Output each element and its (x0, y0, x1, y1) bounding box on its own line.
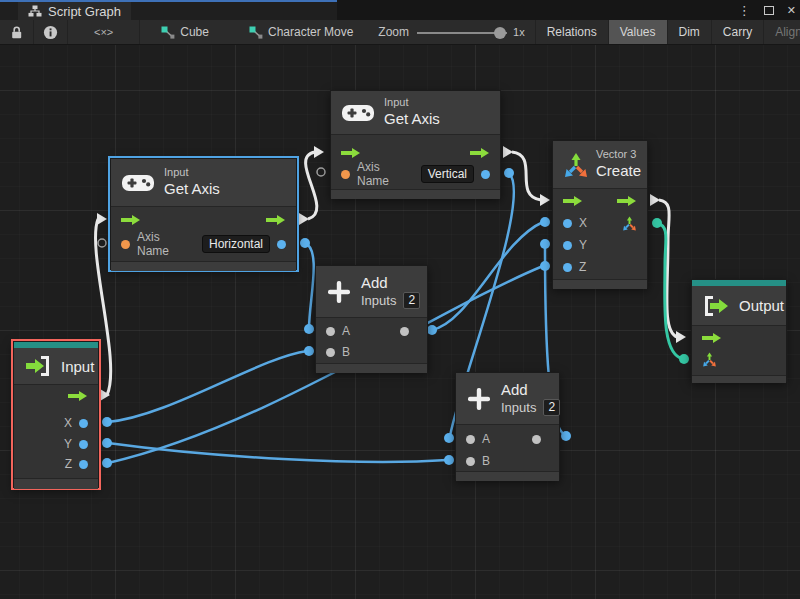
port-a-in[interactable] (466, 435, 475, 444)
connection-dot[interactable] (427, 325, 437, 335)
port-a-label: A (482, 432, 490, 446)
close-icon[interactable]: ✕ (787, 4, 796, 17)
connection-dot[interactable] (504, 168, 514, 178)
wire-flow-getaxis-vertical-to-vector3[interactable] (512, 152, 541, 200)
port-z-out[interactable] (79, 460, 88, 469)
connection-dot[interactable] (304, 324, 314, 334)
variables-button[interactable]: <×> (68, 20, 139, 45)
graph-canvas[interactable]: Input Get Axis Axis Name Vertical (0, 45, 800, 599)
wire-getaxis-horizontal-to-add1-a[interactable] (305, 243, 314, 329)
flow-arrowhead[interactable] (314, 146, 324, 158)
flow-in-port[interactable] (121, 214, 141, 226)
node-title: Output (739, 297, 784, 314)
flow-arrowhead[interactable] (299, 213, 309, 225)
port-x-out[interactable] (79, 419, 88, 428)
node-get-axis-horizontal[interactable]: Input Get Axis Axis Name Horizontal (110, 158, 297, 270)
result-out-port[interactable] (400, 327, 409, 336)
vector3-in-port[interactable] (702, 352, 717, 367)
flow-out-port[interactable] (68, 390, 88, 402)
port-y-out[interactable] (79, 440, 88, 449)
dim-button[interactable]: Dim (667, 20, 711, 45)
value-out-port[interactable] (481, 170, 490, 179)
flow-arrowhead[interactable] (650, 194, 660, 206)
unconnected-port-ring[interactable] (98, 239, 106, 247)
value-out-port[interactable] (277, 240, 286, 249)
port-b-in[interactable] (326, 348, 335, 357)
flow-out-port[interactable] (617, 195, 637, 207)
breadcrumb-cube[interactable]: Cube (152, 20, 218, 45)
connection-dot-vector[interactable] (652, 218, 662, 228)
lock-button[interactable] (0, 20, 33, 45)
zoom-slider-knob[interactable] (494, 27, 506, 39)
toolbar-separator (139, 20, 140, 45)
unconnected-port-ring[interactable] (317, 168, 325, 176)
tab-script-graph[interactable]: Script Graph (18, 2, 131, 20)
port-z-label: Z (65, 457, 72, 471)
connection-dot[interactable] (540, 217, 550, 227)
flow-out-port[interactable] (266, 214, 286, 226)
node-add-1[interactable]: Add Inputs 2 A B (315, 265, 428, 372)
node-add-2[interactable]: Add Inputs 2 A B (455, 372, 560, 480)
carry-button[interactable]: Carry (711, 20, 763, 45)
node-vector3-create[interactable]: Vector 3 Create X (552, 140, 648, 288)
connection-dot[interactable] (540, 239, 550, 249)
port-x-in[interactable] (563, 219, 572, 228)
axis-name-port[interactable] (341, 170, 350, 179)
graph-node-icon (161, 26, 175, 39)
node-header[interactable]: Input Get Axis (331, 91, 500, 135)
connection-dot-vector[interactable] (679, 354, 689, 364)
wire-add1-to-vector3-x[interactable] (432, 222, 543, 330)
axis-name-port[interactable] (121, 240, 130, 249)
flow-arrowhead[interactable] (97, 213, 107, 225)
node-header[interactable]: Add Inputs 2 (456, 373, 559, 425)
flow-in-port[interactable] (702, 332, 722, 344)
connection-dot[interactable] (304, 346, 314, 356)
maximize-icon[interactable] (764, 6, 774, 15)
values-button[interactable]: Values (608, 20, 667, 45)
breadcrumb-label: Character Move (268, 25, 353, 39)
node-header[interactable]: Output (692, 286, 786, 326)
info-button[interactable] (34, 20, 67, 45)
relations-button[interactable]: Relations (535, 20, 608, 45)
node-header[interactable]: Vector 3 Create (553, 141, 647, 189)
window-menu-icon[interactable]: ⋮ (738, 3, 751, 18)
node-output[interactable]: Output (691, 279, 787, 382)
flow-arrowhead[interactable] (503, 146, 513, 158)
port-x-label: X (64, 416, 72, 430)
inputs-count-field[interactable]: 2 (403, 292, 420, 309)
flow-arrowhead[interactable] (540, 194, 550, 206)
node-input[interactable]: Input X Y Z (13, 341, 99, 488)
wire-flow-vector3-to-output[interactable] (659, 200, 677, 337)
port-y-in[interactable] (563, 241, 572, 250)
node-get-axis-vertical[interactable]: Input Get Axis Axis Name Vertical (330, 90, 501, 198)
connection-dot[interactable] (102, 458, 112, 468)
axis-name-field[interactable]: Horizontal (202, 235, 270, 253)
connection-dot[interactable] (540, 261, 550, 271)
axis-name-field[interactable]: Vertical (421, 165, 474, 183)
port-a-in[interactable] (326, 327, 335, 336)
flow-out-port[interactable] (470, 147, 490, 159)
wire-input-y-to-add2-b[interactable] (108, 443, 447, 462)
node-header[interactable]: Add Inputs 2 (316, 266, 427, 318)
align-dropdown[interactable]: Align ▾ (763, 20, 800, 45)
vector3-out-port[interactable] (622, 216, 637, 231)
flow-in-port[interactable] (563, 195, 583, 207)
breadcrumb-character-move[interactable]: Character Move (240, 20, 362, 45)
connection-dot[interactable] (444, 433, 454, 443)
result-out-port[interactable] (532, 435, 541, 444)
connection-dot[interactable] (444, 455, 454, 465)
wire-flow-getaxis-horizontal-to-getaxis-vertical[interactable] (306, 152, 317, 219)
port-z-in[interactable] (563, 263, 572, 272)
wire-input-x-to-add1-b[interactable] (108, 351, 307, 422)
flow-in-port[interactable] (341, 147, 361, 159)
zoom-slider[interactable] (417, 20, 507, 45)
connection-dot[interactable] (102, 438, 112, 448)
port-b-in[interactable] (466, 457, 475, 466)
inputs-count-field[interactable]: 2 (543, 399, 560, 416)
connection-dot[interactable] (561, 431, 571, 441)
flow-arrowhead[interactable] (676, 331, 686, 343)
node-header[interactable]: Input Get Axis (111, 159, 296, 207)
connection-dot[interactable] (300, 238, 310, 248)
connection-dot[interactable] (102, 417, 112, 427)
node-header[interactable]: Input (14, 348, 98, 385)
